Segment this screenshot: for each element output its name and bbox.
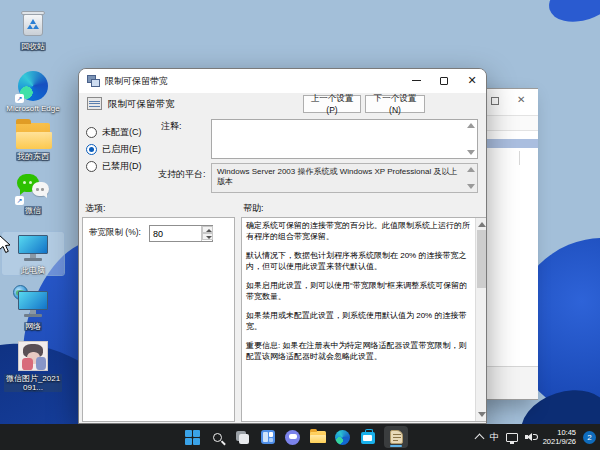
- desktop-icon-label: Microsoft Edge: [6, 104, 59, 113]
- start-button[interactable]: [184, 429, 201, 446]
- radio-enabled[interactable]: 已启用(E): [86, 143, 141, 156]
- desktop-icon-label: 此电脑: [21, 266, 45, 275]
- tray-overflow-chevron-icon[interactable]: [474, 434, 484, 444]
- scroll-up-icon: [467, 167, 475, 172]
- options-label: 选项:: [85, 202, 106, 215]
- scroll-up-icon[interactable]: [467, 123, 475, 128]
- desktop-icon-label: 回收站: [20, 42, 46, 51]
- notification-badge[interactable]: 2: [583, 431, 596, 444]
- supported-platform-label: 支持的平台:: [158, 168, 206, 181]
- help-paragraph: 如果禁用或未配置此设置，则系统使用默认值为 20% 的连接带宽。: [246, 311, 470, 332]
- comment-textarea[interactable]: [211, 119, 478, 159]
- taskbar: 中 10:45 2021/9/26 2: [0, 424, 600, 450]
- store-button[interactable]: [359, 429, 376, 446]
- mouse-cursor: [0, 234, 11, 254]
- edge-button[interactable]: [334, 429, 351, 446]
- file-explorer-button[interactable]: [309, 429, 326, 446]
- help-scrollbar[interactable]: [475, 218, 486, 421]
- minimize-button[interactable]: [402, 69, 430, 92]
- spinner-up-icon[interactable]: [202, 226, 213, 233]
- widgets-button[interactable]: [259, 429, 276, 446]
- tray-time: 10:45: [543, 428, 576, 437]
- desktop: 回收站 ↗ Microsoft Edge 我的东西 ↗ 微信 此电脑 网络: [0, 0, 600, 450]
- this-pc-icon: [16, 232, 50, 264]
- close-button[interactable]: ✕: [458, 69, 486, 92]
- wechat-icon: ↗: [16, 172, 50, 204]
- options-panel: 带宽限制 (%):: [82, 217, 235, 422]
- dialog-titlebar[interactable]: 限制可保留带宽 ✕: [79, 69, 486, 93]
- desktop-icon-folder[interactable]: 我的东西: [2, 118, 64, 161]
- desktop-icon-this-pc[interactable]: 此电脑: [2, 232, 64, 275]
- desktop-icon-label: 我的东西: [16, 152, 50, 161]
- limit-reservable-bandwidth-dialog: 限制可保留带宽 ✕ 限制可保留带宽 上一个设置(P) 下一个设置(N) 未配置(…: [78, 68, 487, 424]
- edge-icon: ↗: [16, 70, 50, 102]
- folder-icon: [16, 118, 50, 150]
- scrollbar-thumb[interactable]: [477, 230, 486, 288]
- help-paragraph: 确定系统可保留的连接带宽的百分比。此值限制系统上运行的所有程序的组合带宽保留。: [246, 221, 470, 242]
- supported-platform-value: Windows Server 2003 操作系统或 Windows XP Pro…: [217, 167, 457, 186]
- help-text: 确定系统可保留的连接带宽的百分比。此值限制系统上运行的所有程序的组合带宽保留。 …: [246, 221, 470, 371]
- taskbar-center: [184, 424, 408, 450]
- maximize-button[interactable]: [430, 69, 458, 92]
- search-button[interactable]: [209, 429, 226, 446]
- chat-button[interactable]: [284, 429, 301, 446]
- clock[interactable]: 10:45 2021/9/26: [543, 428, 576, 446]
- bg-window-divider: [519, 151, 520, 165]
- recycle-bin-icon: [16, 8, 50, 40]
- shortcut-arrow-icon: ↗: [15, 94, 24, 103]
- radio-disabled[interactable]: 已禁用(D): [86, 160, 142, 173]
- help-paragraph: 重要信息: 如果在注册表中为特定网络适配器设置带宽限制，则配置该网络适配器时就会…: [246, 341, 470, 362]
- spinner-down-icon[interactable]: [202, 233, 213, 240]
- desktop-icon-recycle-bin[interactable]: 回收站: [2, 8, 64, 51]
- help-label: 帮助:: [243, 202, 264, 215]
- gpedit-icon: [390, 430, 403, 444]
- desktop-icon-label: 微信图片_2021091...: [4, 374, 62, 392]
- scroll-down-icon[interactable]: [478, 412, 486, 417]
- policy-icon: [87, 75, 100, 87]
- desktop-icon-label: 网络: [24, 322, 42, 331]
- help-panel: 确定系统可保留的连接带宽的百分比。此值限制系统上运行的所有程序的组合带宽保留。 …: [241, 217, 487, 422]
- setting-icon: [87, 97, 102, 110]
- desktop-icon-label: 微信: [24, 206, 42, 215]
- volume-tray-icon[interactable]: [525, 432, 536, 442]
- scroll-down-icon[interactable]: [467, 150, 475, 155]
- help-paragraph: 默认情况下，数据包计划程序将系统限制在 20% 的连接带宽之内，但可以使用此设置…: [246, 251, 470, 272]
- image-thumbnail-icon: [16, 340, 50, 372]
- wallpaper-bloom-shape: [543, 0, 600, 30]
- bg-window-selected-row[interactable]: [487, 139, 538, 148]
- active-app-indicator: [390, 445, 402, 447]
- scroll-up-icon[interactable]: [478, 222, 486, 227]
- radio-label: 已禁用(D): [102, 160, 142, 173]
- radio-icon: [86, 144, 97, 155]
- radio-label: 未配置(C): [102, 126, 142, 139]
- radio-label: 已启用(E): [102, 143, 141, 156]
- close-icon[interactable]: ✕: [517, 95, 525, 105]
- group-policy-editor-window[interactable]: ✕: [486, 88, 538, 400]
- desktop-icon-wechat[interactable]: ↗ 微信: [2, 172, 64, 215]
- radio-not-configured[interactable]: 未配置(C): [86, 126, 142, 139]
- bg-window-toolbar: [487, 115, 538, 131]
- network-tray-icon[interactable]: [506, 433, 518, 442]
- supported-platform-box: Windows Server 2003 操作系统或 Windows XP Pro…: [211, 163, 478, 193]
- group-policy-editor-taskbar-button[interactable]: [384, 426, 408, 448]
- task-view-button[interactable]: [234, 429, 251, 446]
- scroll-down-icon: [467, 184, 475, 189]
- network-icon: [16, 288, 50, 320]
- bg-window-titlebar: ✕: [487, 89, 538, 115]
- maximize-icon[interactable]: [491, 97, 499, 105]
- bandwidth-spinner[interactable]: [201, 226, 212, 241]
- ime-indicator[interactable]: 中: [490, 431, 499, 444]
- bg-window-statusbar: [487, 366, 538, 399]
- radio-icon: [86, 127, 97, 138]
- next-setting-button[interactable]: 下一个设置(N): [365, 95, 425, 113]
- taskbar-tray: 中 10:45 2021/9/26 2: [476, 424, 596, 450]
- dialog-header: 限制可保留带宽 上一个设置(P) 下一个设置(N): [79, 93, 486, 115]
- desktop-icon-wechat-image[interactable]: 微信图片_2021091...: [2, 340, 64, 392]
- desktop-icon-network[interactable]: 网络: [2, 288, 64, 331]
- comment-label: 注释:: [161, 120, 182, 133]
- previous-setting-button[interactable]: 上一个设置(P): [303, 95, 361, 113]
- desktop-icon-microsoft-edge[interactable]: ↗ Microsoft Edge: [2, 70, 64, 113]
- tray-date: 2021/9/26: [543, 437, 576, 446]
- help-paragraph: 如果启用此设置，则可以使用“带宽限制”框来调整系统可保留的带宽数量。: [246, 281, 470, 302]
- setting-title: 限制可保留带宽: [108, 98, 175, 111]
